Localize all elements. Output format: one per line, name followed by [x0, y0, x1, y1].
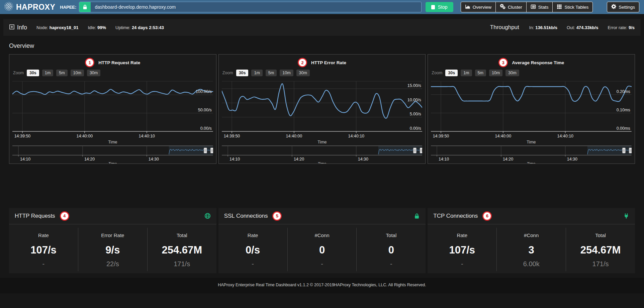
- gear-icon: [611, 4, 616, 10]
- lock-icon: [414, 213, 420, 219]
- zoom-option-30m[interactable]: 30m: [87, 70, 100, 76]
- column-label: Rate: [9, 232, 78, 238]
- zoom-option-1m[interactable]: 1m: [251, 70, 262, 76]
- haproxy-logo-icon: [3, 1, 14, 13]
- nav-button-overview[interactable]: Overview: [461, 2, 496, 12]
- navigator-tick-label: 14:30: [567, 157, 577, 162]
- card-title: TCP Connections: [433, 213, 478, 219]
- zoom-option-5m[interactable]: 5m: [56, 70, 67, 76]
- navigator-handle[interactable]: [413, 148, 416, 153]
- y-axis-tick-label: 0.00ms: [617, 126, 630, 131]
- column-value: 3: [497, 244, 566, 256]
- zoom-option-10m[interactable]: 10m: [280, 70, 293, 76]
- x-axis-title: Time: [317, 140, 327, 144]
- column-subvalue: -: [218, 260, 287, 268]
- charts-row: 1 HTTP Request Rate Zoom30s1m5m10m30m 0.…: [9, 54, 635, 164]
- zoom-label: Zoom: [432, 71, 442, 75]
- card-tcp-connections: TCP Connections 6 Rate 107/s - #Conn 3 6…: [428, 208, 635, 273]
- column-subvalue: -: [9, 260, 78, 268]
- zoom-option-30s[interactable]: 30s: [445, 70, 458, 76]
- column-subvalue: -: [357, 260, 426, 268]
- zoom-option-10m[interactable]: 10m: [71, 70, 84, 76]
- grid-icon: [557, 4, 562, 10]
- zoom-option-1m[interactable]: 1m: [461, 70, 472, 76]
- gears-icon: [500, 4, 505, 10]
- column-label: Total: [566, 232, 635, 238]
- cards-row: HTTP Requests 4 Rate 107/s - Error Rate …: [9, 208, 635, 273]
- y-axis-tick-label: 0.00/s: [200, 126, 212, 131]
- nav-button-cluster[interactable]: Cluster: [495, 2, 527, 12]
- zoom-option-5m[interactable]: 5m: [475, 70, 486, 76]
- navigator[interactable]: 14:1014:2014:30Time: [431, 145, 632, 164]
- topbar: HAPROXY HAPEE: Stop OverviewClusterStats…: [0, 0, 644, 14]
- x-axis-tick-label: 14:40:00: [77, 134, 93, 138]
- card-title: HTTP Requests: [15, 213, 55, 219]
- chart-header: 3 Average Response Time: [431, 57, 632, 68]
- x-axis-tick-label: 14:40:10: [348, 134, 364, 138]
- zoom-control: Zoom30s1m5m10m30m: [222, 69, 423, 77]
- chart-panel-2: 2 HTTP Error Rate Zoom30s1m5m10m30m 0.00…: [218, 54, 426, 164]
- main-chart-plot[interactable]: 0.00ms0.10ms0.20ms14:39:5014:40:0014:40:…: [431, 79, 632, 145]
- chart-panel-3: 3 Average Response Time Zoom30s1m5m10m30…: [428, 54, 635, 164]
- brand-name: HAPROXY: [16, 3, 55, 12]
- navigator-handle[interactable]: [629, 148, 632, 153]
- zoom-label: Zoom: [222, 71, 233, 75]
- navigator-handle[interactable]: [420, 148, 422, 153]
- footer: HAProxy Enterprise Real Time Dashboard v…: [0, 278, 644, 293]
- stop-button[interactable]: Stop: [426, 2, 453, 12]
- main-chart: 0.00ms0.10ms0.20ms14:39:5014:40:0014:40:…: [431, 79, 632, 145]
- navigator-tick-label: 14:30: [149, 157, 159, 162]
- stop-label: Stop: [438, 4, 448, 10]
- nav-button-stats[interactable]: Stats: [526, 2, 553, 12]
- settings-button[interactable]: Settings: [607, 2, 639, 12]
- card-header: SSL Connections 5: [218, 208, 426, 224]
- info-left: Info Node:haproxy18_01Idle:99%Uptime:24 …: [9, 24, 164, 31]
- stat-field: Idle:99%: [88, 25, 106, 30]
- column-label: #Conn: [497, 232, 566, 238]
- card-column: Rate 0/s -: [218, 228, 287, 271]
- navigator-axis-title: Time: [108, 162, 117, 164]
- navigator-handle[interactable]: [204, 148, 207, 153]
- main-chart-plot[interactable]: 0.00/s50.00/s100.00/s14:39:5014:40:0014:…: [12, 79, 213, 145]
- info-fields: Node:haproxy18_01Idle:99%Uptime:24 days …: [36, 25, 164, 30]
- step-badge: 2: [298, 58, 307, 67]
- card-column: #Conn 3 6.00k: [496, 228, 566, 271]
- navigator-axis-title: Time: [318, 162, 326, 164]
- zoom-option-10m[interactable]: 10m: [489, 70, 502, 76]
- column-label: Rate: [428, 232, 496, 238]
- nav-button-stick-tables[interactable]: Stick Tables: [552, 2, 593, 12]
- url-input[interactable]: [91, 2, 421, 12]
- navigator-handle[interactable]: [623, 148, 626, 153]
- zoom-option-5m[interactable]: 5m: [266, 70, 277, 76]
- navigator-axis-title: Time: [527, 162, 536, 164]
- navigator[interactable]: 14:1014:2014:30Time: [12, 145, 213, 164]
- zoom-option-1m[interactable]: 1m: [42, 70, 53, 76]
- column-subvalue: -: [288, 260, 357, 268]
- navigator[interactable]: 14:1014:2014:30Time: [222, 145, 423, 164]
- column-value: 0: [357, 244, 426, 256]
- column-subvalue: 171/s: [148, 260, 216, 268]
- column-label: Error Rate: [78, 232, 147, 238]
- x-axis-tick-label: 14:40:10: [139, 134, 155, 138]
- step-badge: 6: [482, 211, 492, 221]
- step-badge: 5: [272, 211, 282, 221]
- x-axis-tick-label: 14:39:50: [14, 134, 31, 138]
- navigator-handle[interactable]: [210, 148, 213, 153]
- main-chart: 0.00/s50.00/s100.00/s14:39:5014:40:0014:…: [12, 79, 213, 145]
- main-chart: 0.00/s5.00/s10.00/s15.00/s14:39:5014:40:…: [222, 79, 423, 145]
- column-label: Rate: [218, 232, 287, 238]
- zoom-option-30m[interactable]: 30m: [296, 70, 310, 76]
- x-axis-tick-label: 14:40:10: [557, 134, 574, 138]
- stat-field: Error rate:9/s: [608, 25, 635, 30]
- zoom-option-30m[interactable]: 30m: [505, 70, 519, 76]
- zoom-control: Zoom30s1m5m10m30m: [432, 69, 632, 77]
- y-axis-tick-label: 0.20ms: [617, 89, 630, 94]
- globe-icon: [204, 213, 211, 219]
- main-chart-plot[interactable]: 0.00/s5.00/s10.00/s15.00/s14:39:5014:40:…: [222, 79, 423, 145]
- url-box[interactable]: [79, 2, 421, 12]
- page-title: Overview: [9, 42, 635, 49]
- zoom-option-30s[interactable]: 30s: [236, 70, 249, 76]
- zoom-option-30s[interactable]: 30s: [27, 70, 39, 76]
- info-toggle[interactable]: Info: [9, 24, 27, 31]
- navigator-tick-label: 14:10: [229, 157, 240, 162]
